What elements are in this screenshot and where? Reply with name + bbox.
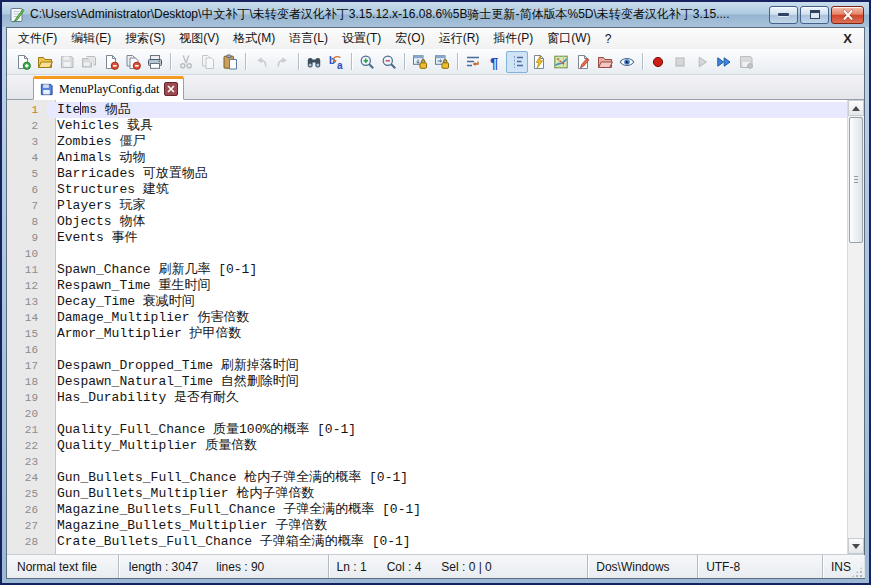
toolbar-button-show-indent-guide[interactable]	[506, 51, 528, 73]
close-button[interactable]	[831, 6, 864, 24]
line-text[interactable]: Objects 物体	[47, 214, 847, 230]
toolbar-button-macro-stop[interactable]	[669, 51, 691, 73]
toolbar-button-undo[interactable]	[250, 51, 272, 73]
status-ins-label[interactable]: INS	[831, 560, 851, 574]
line-text[interactable]: Zombies 僵尸	[47, 134, 847, 150]
toolbar-button-redo[interactable]	[272, 51, 294, 73]
line-number[interactable]: 16	[7, 342, 47, 358]
toolbar-button-paste[interactable]	[219, 51, 241, 73]
app-icon[interactable]	[9, 7, 25, 23]
line-number[interactable]: 21	[7, 422, 47, 438]
toolbar-button-print[interactable]	[144, 51, 166, 73]
toolbar-button-sync-scroll-vertical[interactable]	[409, 51, 431, 73]
toolbar-button-show-all-characters[interactable]: ¶	[484, 51, 506, 73]
line-number[interactable]: 27	[7, 518, 47, 534]
menu-item-settings[interactable]: 设置(T)	[335, 28, 388, 49]
scrollbar-down-button[interactable]	[848, 538, 864, 554]
editor-line-26[interactable]: 26Magazine_Bullets_Full_Chance 子弹全满的概率 […	[7, 502, 847, 518]
line-number[interactable]: 12	[7, 278, 47, 294]
editor-line-3[interactable]: 3Zombies 僵尸	[7, 134, 847, 150]
menu-item-macro[interactable]: 宏(O)	[388, 28, 431, 49]
toolbar-button-close-file[interactable]	[100, 51, 122, 73]
editor-line-10[interactable]: 10	[7, 246, 847, 262]
editor-line-17[interactable]: 17Despawn_Dropped_Time 刷新掉落时间	[7, 358, 847, 374]
toolbar-button-function-list[interactable]	[572, 51, 594, 73]
editor-line-28[interactable]: 28Crate_Bullets_Full_Chance 子弹箱全满的概率 [0-…	[7, 534, 847, 550]
toolbar-button-replace[interactable]: ba	[325, 51, 347, 73]
line-text[interactable]	[47, 342, 847, 358]
line-number[interactable]: 13	[7, 294, 47, 310]
line-number[interactable]: 22	[7, 438, 47, 454]
editor-line-12[interactable]: 12Respawn_Time 重生时间	[7, 278, 847, 294]
toolbar-button-save-file[interactable]	[56, 51, 78, 73]
resize-grip[interactable]	[851, 566, 863, 578]
minimize-button[interactable]	[769, 6, 798, 24]
toolbar-button-sync-scroll-horizontal[interactable]	[431, 51, 453, 73]
line-number[interactable]: 23	[7, 454, 47, 470]
menu-item-language[interactable]: 语言(L)	[282, 28, 335, 49]
line-number[interactable]: 8	[7, 214, 47, 230]
editor-line-25[interactable]: 25Gun_Bullets_Multiplier 枪内子弹倍数	[7, 486, 847, 502]
editor-line-7[interactable]: 7Players 玩家	[7, 198, 847, 214]
line-number[interactable]: 1	[7, 102, 47, 118]
tab-menuplayconfig[interactable]: MenuPlayConfig.dat	[33, 76, 184, 100]
toolbar-button-find[interactable]	[303, 51, 325, 73]
editor-line-6[interactable]: 6Structures 建筑	[7, 182, 847, 198]
line-number[interactable]: 11	[7, 262, 47, 278]
status-eol-format[interactable]: Dos\Windows	[588, 555, 698, 578]
line-number[interactable]: 9	[7, 230, 47, 246]
editor-line-20[interactable]: 20	[7, 406, 847, 422]
line-text[interactable]: Crate_Bullets_Full_Chance 子弹箱全满的概率 [0-1]	[47, 534, 847, 550]
menu-item-search[interactable]: 搜索(S)	[118, 28, 172, 49]
line-number[interactable]: 4	[7, 150, 47, 166]
line-number[interactable]: 5	[7, 166, 47, 182]
editor-line-27[interactable]: 27Magazine_Bullets_Multiplier 子弹倍数	[7, 518, 847, 534]
toolbar-button-user-defined-language[interactable]	[528, 51, 550, 73]
editor-line-2[interactable]: 2Vehicles 载具	[7, 118, 847, 134]
line-text[interactable]: Animals 动物	[47, 150, 847, 166]
menu-item-plugins[interactable]: 插件(P)	[486, 28, 540, 49]
editor-line-8[interactable]: 8Objects 物体	[7, 214, 847, 230]
line-number[interactable]: 19	[7, 390, 47, 406]
line-number[interactable]: 15	[7, 326, 47, 342]
editor-line-1[interactable]: 1Items 物品	[7, 102, 847, 118]
editor-line-18[interactable]: 18Despawn_Natural_Time 自然删除时间	[7, 374, 847, 390]
status-encoding[interactable]: UTF-8	[698, 555, 823, 578]
line-text[interactable]: Quality_Full_Chance 质量100%的概率 [0-1]	[47, 422, 847, 438]
toolbar-button-new-file[interactable]	[12, 51, 34, 73]
line-text[interactable]: Vehicles 载具	[47, 118, 847, 134]
toolbar-button-folder-as-workspace[interactable]	[594, 51, 616, 73]
line-number[interactable]: 6	[7, 182, 47, 198]
titlebar[interactable]: C:\Users\Administrator\Desktop\中文补丁\未转变者…	[2, 2, 869, 27]
line-text[interactable]: Barricades 可放置物品	[47, 166, 847, 182]
line-number[interactable]: 26	[7, 502, 47, 518]
editor[interactable]: 1Items 物品2Vehicles 载具3Zombies 僵尸4Animals…	[7, 100, 864, 554]
editor-line-23[interactable]: 23	[7, 454, 847, 470]
line-number[interactable]: 7	[7, 198, 47, 214]
menu-item-help[interactable]: ?	[598, 30, 619, 48]
menu-item-window[interactable]: 窗口(W)	[540, 28, 597, 49]
editor-line-22[interactable]: 22Quality_Multiplier 质量倍数	[7, 438, 847, 454]
toolbar-button-zoom-out[interactable]	[378, 51, 400, 73]
line-number[interactable]: 3	[7, 134, 47, 150]
maximize-button[interactable]	[800, 6, 829, 24]
toolbar-button-monitoring[interactable]	[616, 51, 638, 73]
line-number[interactable]: 2	[7, 118, 47, 134]
line-number[interactable]: 10	[7, 246, 47, 262]
tab-close-button[interactable]	[164, 82, 178, 96]
toolbar-button-copy[interactable]	[197, 51, 219, 73]
editor-line-14[interactable]: 14Damage_Multiplier 伤害倍数	[7, 310, 847, 326]
editor-line-9[interactable]: 9Events 事件	[7, 230, 847, 246]
toolbar-button-open-file[interactable]	[34, 51, 56, 73]
line-text[interactable]: Decay_Time 衰减时间	[47, 294, 847, 310]
toolbar-button-macro-record[interactable]	[647, 51, 669, 73]
editor-line-15[interactable]: 15Armor_Multiplier 护甲倍数	[7, 326, 847, 342]
line-text[interactable]	[47, 454, 847, 470]
editor-line-13[interactable]: 13Decay_Time 衰减时间	[7, 294, 847, 310]
line-text[interactable]: Has_Durability 是否有耐久	[47, 390, 847, 406]
toolbar-button-macro-play[interactable]	[691, 51, 713, 73]
scrollbar-thumb[interactable]	[849, 117, 863, 243]
line-number[interactable]: 14	[7, 310, 47, 326]
line-text[interactable]: Quality_Multiplier 质量倍数	[47, 438, 847, 454]
scrollbar-up-button[interactable]	[848, 100, 864, 116]
